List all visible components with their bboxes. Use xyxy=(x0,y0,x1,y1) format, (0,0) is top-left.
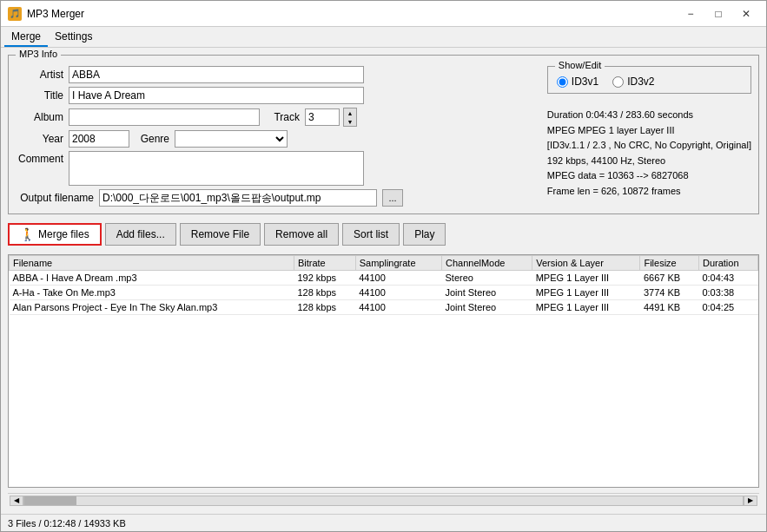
album-label: Album xyxy=(16,111,63,123)
artist-label: Artist xyxy=(16,69,63,81)
cell-filesize-2: 3774 KB xyxy=(640,286,699,300)
scroll-thumb[interactable] xyxy=(24,496,76,505)
album-input[interactable] xyxy=(69,108,260,126)
sort-list-label: Sort list xyxy=(354,228,388,240)
cell-channelmode-3: Joint Stereo xyxy=(441,300,532,315)
merge-icon: 🚶 xyxy=(20,227,35,241)
title-row: Title xyxy=(16,87,539,104)
cell-bitrate-2: 128 kbps xyxy=(294,286,355,300)
cell-version-1: MPEG 1 Layer III xyxy=(532,271,640,286)
menu-item-settings[interactable]: Settings xyxy=(48,28,99,47)
id3v2-label: ID3v2 xyxy=(627,76,654,88)
id3v2-radio-label[interactable]: ID3v2 xyxy=(612,76,654,88)
year-genre-row: Year Genre xyxy=(16,130,539,148)
show-edit-group: Show/Edit ID3v1 ID3v2 xyxy=(547,66,751,94)
radio-row: ID3v1 ID3v2 xyxy=(557,76,742,88)
col-bitrate[interactable]: Bitrate xyxy=(294,256,355,271)
cell-duration-2: 0:03:38 xyxy=(698,286,757,300)
play-button[interactable]: Play xyxy=(403,223,446,246)
id3v1-radio[interactable] xyxy=(557,76,568,88)
col-samplingrate[interactable]: Samplingrate xyxy=(355,256,441,271)
table-row[interactable]: A-Ha - Take On Me.mp3 128 kbps 44100 Joi… xyxy=(10,286,758,300)
output-row: Output filename ... xyxy=(16,189,539,207)
merge-label: Merge files xyxy=(38,228,89,240)
main-window: 🎵 MP3 Merger − □ ✕ Merge Settings MP3 In… xyxy=(0,0,767,532)
cell-channelmode-1: Stereo xyxy=(441,271,532,286)
show-edit-label: Show/Edit xyxy=(555,60,605,70)
col-duration[interactable]: Duration xyxy=(698,256,757,271)
table-row[interactable]: Alan Parsons Project - Eye In The Sky Al… xyxy=(10,300,758,315)
window-title: MP3 Merger xyxy=(27,8,84,20)
col-filename[interactable]: Filename xyxy=(10,256,294,271)
horizontal-scrollbar: ◀ ▶ xyxy=(8,493,759,507)
mp3-info-content: Artist Title Album Track xyxy=(16,66,751,207)
remove-all-label: Remove all xyxy=(275,228,327,240)
title-input[interactable] xyxy=(69,87,364,104)
track-label: Track xyxy=(265,111,300,123)
file-info-frame: Frame len = 626, 10872 frames xyxy=(547,184,751,200)
comment-label: Comment xyxy=(16,151,63,165)
comment-input[interactable] xyxy=(69,151,364,186)
cell-filename-1: ABBA - I Have A Dream .mp3 xyxy=(10,271,294,286)
year-label: Year xyxy=(16,133,63,145)
id3v1-label: ID3v1 xyxy=(572,76,598,88)
cell-bitrate-3: 128 kbps xyxy=(294,300,355,315)
remove-file-button[interactable]: Remove File xyxy=(180,223,261,246)
genre-select[interactable] xyxy=(175,130,288,148)
track-spinner: ▲ ▼ xyxy=(343,108,357,127)
play-label: Play xyxy=(414,228,434,240)
scroll-right-arrow[interactable]: ▶ xyxy=(744,496,757,506)
add-files-button[interactable]: Add files... xyxy=(105,223,176,246)
col-filesize[interactable]: Filesize xyxy=(640,256,699,271)
col-channelmode[interactable]: ChannelMode xyxy=(441,256,532,271)
title-bar-left: 🎵 MP3 Merger xyxy=(8,7,84,21)
cell-samplingrate-3: 44100 xyxy=(355,300,441,315)
title-label: Title xyxy=(16,89,63,102)
cell-version-3: MPEG 1 Layer III xyxy=(532,300,640,315)
id3v2-radio[interactable] xyxy=(612,76,624,88)
artist-input[interactable] xyxy=(69,66,364,83)
browse-button[interactable]: ... xyxy=(382,189,403,207)
output-label: Output filename xyxy=(16,192,94,204)
cell-duration-3: 0:04:25 xyxy=(698,300,757,315)
cell-bitrate-1: 192 kbps xyxy=(294,271,355,286)
track-down-arrow[interactable]: ▼ xyxy=(344,117,356,126)
file-table: Filename Bitrate Samplingrate ChannelMod… xyxy=(9,255,758,315)
maximize-button[interactable]: □ xyxy=(705,5,731,23)
merge-files-button[interactable]: 🚶 Merge files xyxy=(8,223,102,246)
file-table-container[interactable]: Filename Bitrate Samplingrate ChannelMod… xyxy=(8,254,759,488)
right-panel: Show/Edit ID3v1 ID3v2 xyxy=(547,66,751,207)
scroll-track[interactable] xyxy=(23,496,744,506)
mp3-fields: Artist Title Album Track xyxy=(16,66,539,207)
file-info-mpeg-data: MPEG data = 10363 --> 6827068 xyxy=(547,168,751,184)
cell-duration-1: 0:04:43 xyxy=(698,271,757,286)
cell-filesize-1: 6667 KB xyxy=(640,271,699,286)
main-content: MP3 Info Artist Title Alb xyxy=(1,48,766,514)
year-input[interactable] xyxy=(69,130,129,148)
title-controls: − □ ✕ xyxy=(678,5,759,23)
output-input[interactable] xyxy=(99,189,377,207)
cell-version-2: MPEG 1 Layer III xyxy=(532,286,640,300)
status-bar: 3 Files / 0:12:48 / 14933 KB xyxy=(1,514,766,531)
cell-filename-2: A-Ha - Take On Me.mp3 xyxy=(10,286,294,300)
app-icon: 🎵 xyxy=(8,7,22,21)
mp3-info-group: MP3 Info Artist Title Alb xyxy=(8,55,759,214)
id3v1-radio-label[interactable]: ID3v1 xyxy=(557,76,598,88)
add-files-label: Add files... xyxy=(116,228,165,240)
file-info-id3: [ID3v.1.1 / 2.3 , No CRC, No Copyright, … xyxy=(547,138,751,154)
menu-item-merge[interactable]: Merge xyxy=(4,28,48,47)
col-version-layer[interactable]: Version & Layer xyxy=(532,256,640,271)
cell-filename-3: Alan Parsons Project - Eye In The Sky Al… xyxy=(10,300,294,315)
cell-filesize-3: 4491 KB xyxy=(640,300,699,315)
comment-row: Comment xyxy=(16,151,539,186)
remove-all-button[interactable]: Remove all xyxy=(264,223,339,246)
scroll-left-arrow[interactable]: ◀ xyxy=(10,496,23,506)
track-input[interactable] xyxy=(305,108,340,126)
minimize-button[interactable]: − xyxy=(678,5,704,23)
file-info-mpeg: MPEG MPEG 1 layer Layer III xyxy=(547,123,751,139)
sort-list-button[interactable]: Sort list xyxy=(342,223,400,246)
track-up-arrow[interactable]: ▲ xyxy=(344,108,356,117)
table-row[interactable]: ABBA - I Have A Dream .mp3 192 kbps 4410… xyxy=(10,271,758,286)
close-button[interactable]: ✕ xyxy=(733,5,759,23)
cell-samplingrate-1: 44100 xyxy=(355,271,441,286)
